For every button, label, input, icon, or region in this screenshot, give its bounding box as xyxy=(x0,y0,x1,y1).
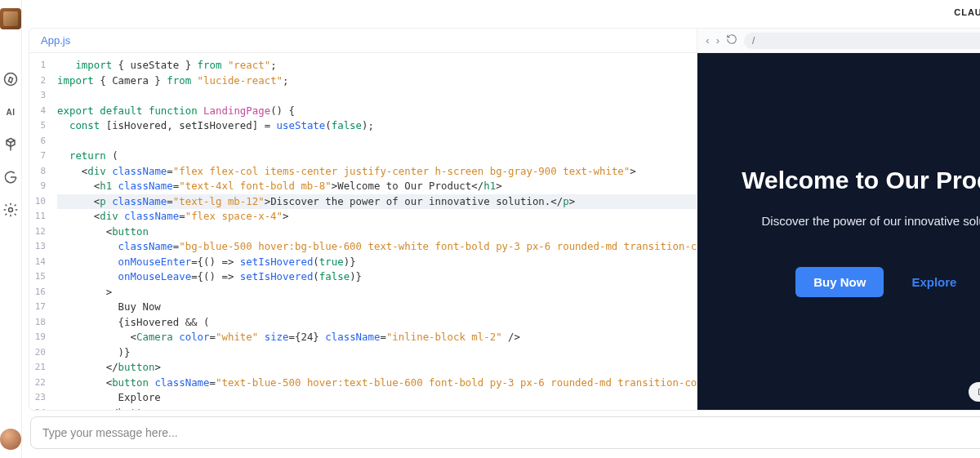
address-bar[interactable]: / xyxy=(744,33,980,49)
preview-toolbar: ‹ › / xyxy=(697,29,980,53)
openai-icon[interactable] xyxy=(2,136,20,153)
model-label: CLAUDE 3 5 SONNET xyxy=(954,7,980,17)
app-logo[interactable] xyxy=(0,8,21,29)
buy-now-button[interactable]: Buy Now xyxy=(795,267,884,297)
ai-icon[interactable]: AI xyxy=(2,103,20,121)
top-bar: CLAUDE 3 5 SONNET xyxy=(22,0,980,24)
open-sandbox-button[interactable]: Open Sandbox xyxy=(969,382,980,402)
composer-row: Type your message here... Send xyxy=(22,414,980,458)
back-icon[interactable]: ‹ xyxy=(706,34,709,47)
google-icon[interactable] xyxy=(2,168,20,186)
reload-icon[interactable] xyxy=(726,33,737,47)
preview-subheading: Discover the power of our innovative sol… xyxy=(761,214,980,228)
forward-icon[interactable]: › xyxy=(716,34,719,47)
code-area[interactable]: 123456789101112131415161718192021222324 … xyxy=(29,53,697,410)
message-input[interactable]: Type your message here... xyxy=(30,416,980,449)
preview-body: Welcome to Our Product Discover the powe… xyxy=(697,53,980,410)
file-name: App.js xyxy=(41,34,70,47)
message-placeholder: Type your message here... xyxy=(42,426,178,439)
svg-point-1 xyxy=(9,208,13,212)
file-tab[interactable]: App.js xyxy=(29,29,697,53)
preview-pane: ‹ › / Welcome to Our Product Discover th… xyxy=(697,28,980,411)
code-content[interactable]: import { useState } from "react"; import… xyxy=(52,53,697,410)
left-rail: AI xyxy=(0,0,22,458)
editor-pane: App.js 123456789101112131415161718192021… xyxy=(29,28,697,411)
gear-icon[interactable] xyxy=(2,201,20,219)
svg-point-0 xyxy=(5,73,17,86)
explore-button[interactable]: Explore xyxy=(893,267,974,297)
compass-icon[interactable] xyxy=(2,70,20,88)
address-path: / xyxy=(752,35,755,47)
external-link-icon xyxy=(977,387,980,397)
line-gutter: 123456789101112131415161718192021222324 xyxy=(29,53,52,410)
preview-heading: Welcome to Our Product xyxy=(742,167,980,194)
avatar[interactable] xyxy=(0,429,21,450)
